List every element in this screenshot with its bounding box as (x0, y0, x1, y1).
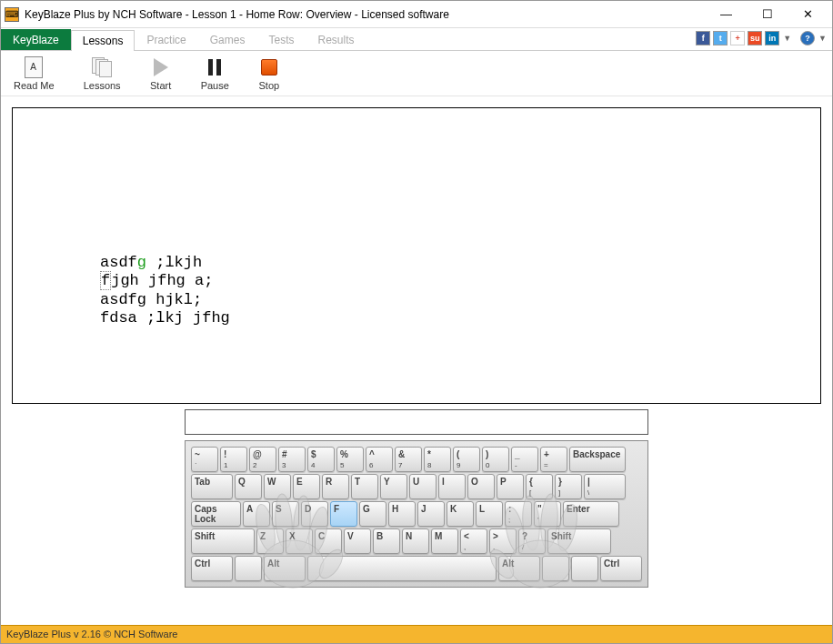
key-f: F (330, 501, 357, 527)
start-button[interactable]: Start (145, 55, 177, 93)
tab-lessons[interactable]: Lessons (71, 30, 135, 51)
play-icon (154, 58, 168, 76)
key-m: M (431, 528, 458, 554)
key-shift: Shift (191, 528, 255, 554)
key-(9: (9 (453, 447, 480, 472)
stop-icon (261, 59, 277, 75)
virtual-keyboard: ~`!1@2#3$4%5^6&7*8(9)0_-+=BackspaceTabQW… (185, 440, 648, 588)
readme-button[interactable]: Read Me (8, 55, 60, 93)
key-*8: *8 (424, 447, 451, 472)
tab-results[interactable]: Results (306, 29, 366, 50)
key-{[: {[ (526, 474, 553, 499)
key-:;: :; (505, 501, 532, 527)
key-blank (307, 556, 497, 581)
minimize-button[interactable]: — (706, 2, 747, 27)
twitter-icon[interactable]: t (713, 31, 728, 45)
app-icon: ⌨ (5, 7, 19, 22)
key-v: V (344, 528, 371, 554)
stop-button[interactable]: Stop (253, 55, 286, 93)
key-g: G (359, 501, 386, 527)
key-u: U (409, 474, 437, 499)
close-button[interactable]: ✕ (788, 2, 828, 27)
tab-games[interactable]: Games (198, 29, 257, 50)
key-k: K (447, 501, 474, 527)
maximize-button[interactable]: ☐ (747, 2, 788, 27)
typing-input[interactable] (185, 409, 648, 435)
key-c: C (315, 528, 342, 554)
key-enter: Enter (563, 501, 619, 527)
status-bar: KeyBlaze Plus v 2.16 © NCH Software (1, 625, 832, 643)
key-)0: )0 (482, 447, 509, 472)
lessons-icon (92, 57, 112, 77)
key-t: T (351, 474, 378, 499)
key-h: H (388, 501, 416, 527)
key-|\: |\ (584, 474, 626, 499)
google-plus-icon[interactable]: + (730, 31, 745, 45)
linkedin-icon[interactable]: in (765, 31, 779, 45)
key-blank (542, 556, 569, 581)
key-b: B (373, 528, 400, 554)
key-_-: _- (511, 447, 538, 472)
key-e: E (293, 474, 320, 499)
key-tab: Tab (191, 474, 233, 499)
key-?/: ?/ (518, 528, 546, 554)
toolbar: Read Me Lessons Start Pause Stop (1, 51, 832, 96)
key-&7: &7 (395, 447, 422, 472)
key-i: I (438, 474, 466, 499)
cursor-char: f (100, 271, 111, 290)
key-<,: <, (460, 528, 487, 554)
key-^6: ^6 (366, 447, 393, 472)
readme-icon (25, 56, 43, 78)
key-r: R (322, 474, 349, 499)
key-%5: %5 (336, 447, 364, 472)
key-$4: $4 (307, 447, 335, 472)
key-w: W (264, 474, 291, 499)
lesson-text-panel: asdfg ;lkjh fjgh jfhg a; asdfg hjkl; fds… (12, 107, 821, 404)
correct-char: g (137, 254, 146, 271)
tab-strip: KeyBlaze Lessons Practice Games Tests Re… (1, 28, 832, 51)
key-!1: !1 (220, 447, 247, 472)
key-l: L (476, 501, 503, 527)
key-ctrl: Ctrl (600, 556, 642, 581)
key->.: >. (489, 528, 517, 554)
key-+=: += (540, 447, 567, 472)
key-ctrl: Ctrl (191, 556, 233, 581)
key-alt: Alt (498, 556, 540, 581)
key-#3: #3 (278, 447, 306, 472)
window-title: KeyBlaze Plus by NCH Software - Lesson 1… (25, 8, 706, 21)
tab-keyblaze[interactable]: KeyBlaze (1, 29, 71, 50)
tab-practice[interactable]: Practice (135, 29, 197, 50)
tab-tests[interactable]: Tests (256, 29, 306, 50)
key-blank (235, 556, 262, 581)
key-z: Z (256, 528, 284, 554)
key-q: Q (235, 474, 262, 499)
lessons-button[interactable]: Lessons (78, 55, 126, 93)
stumbleupon-icon[interactable]: su (748, 31, 762, 45)
key-d: D (301, 501, 328, 527)
help-icon[interactable]: ? (800, 31, 815, 45)
title-bar: ⌨ KeyBlaze Plus by NCH Software - Lesson… (1, 1, 832, 28)
key-alt: Alt (264, 556, 306, 581)
content-area: asdfg ;lkjh fjgh jfhg a; asdfg hjkl; fds… (1, 96, 832, 599)
lesson-text: asdfg ;lkjh fjgh jfhg a; asdfg hjkl; fds… (100, 254, 230, 328)
key-s: S (272, 501, 299, 527)
pause-button[interactable]: Pause (196, 55, 235, 93)
key-@2: @2 (249, 447, 276, 472)
key-backspace: Backspace (569, 447, 626, 472)
key-x: X (286, 528, 313, 554)
key-a: A (243, 501, 270, 527)
key-~`: ~` (191, 447, 218, 472)
key-y: Y (380, 474, 407, 499)
key-n: N (402, 528, 429, 554)
key-p: P (497, 474, 524, 499)
key-o: O (467, 474, 495, 499)
key-}]: }] (555, 474, 582, 499)
key-caps lock: Caps Lock (191, 501, 241, 527)
pause-icon (208, 59, 221, 75)
key-"': "' (534, 501, 561, 527)
facebook-icon[interactable]: f (696, 31, 710, 45)
social-dropdown-icon[interactable]: ▼ (783, 34, 791, 43)
key-blank (571, 556, 598, 581)
key-j: J (417, 501, 445, 527)
help-dropdown-icon[interactable]: ▼ (818, 34, 827, 43)
